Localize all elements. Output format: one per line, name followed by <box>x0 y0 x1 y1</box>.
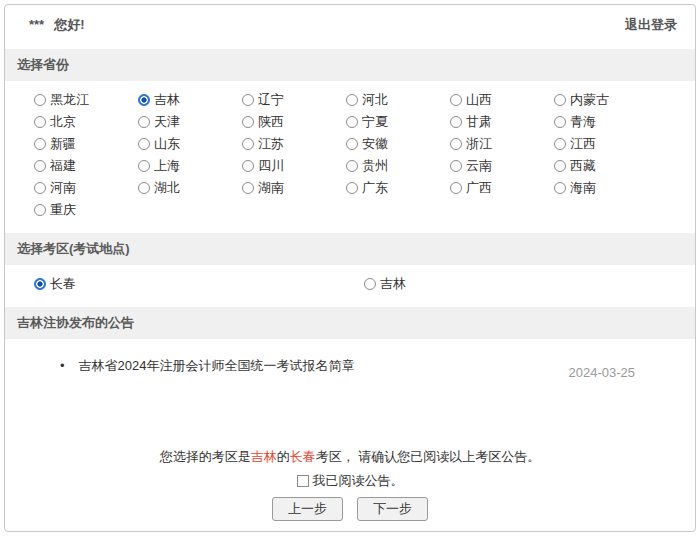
radio-icon[interactable] <box>346 116 358 128</box>
exam-area-options: 长春 吉林 <box>5 265 695 301</box>
next-step-button[interactable]: 下一步 <box>357 497 428 521</box>
registration-card: *** 您好! 退出登录 选择省份 黑龙江 吉林 辽宁 河北 山西 内蒙古 北京… <box>4 4 696 532</box>
radio-icon[interactable] <box>34 94 46 106</box>
confirm-city-highlight: 长春 <box>290 449 316 464</box>
radio-icon[interactable] <box>242 94 254 106</box>
province-option[interactable]: 青海 <box>554 111 658 133</box>
province-option[interactable]: 江西 <box>554 133 658 155</box>
radio-icon[interactable] <box>554 160 566 172</box>
user-greeting: *** 您好! <box>29 16 85 34</box>
radio-icon[interactable] <box>450 94 462 106</box>
radio-icon[interactable] <box>450 160 462 172</box>
read-announcement-checkbox-row[interactable]: 我已阅读公告。 <box>5 472 695 490</box>
checkbox-label: 我已阅读公告。 <box>313 472 404 490</box>
radio-icon[interactable] <box>138 116 150 128</box>
radio-icon[interactable] <box>34 138 46 150</box>
exam-area-option[interactable]: 吉林 <box>364 273 406 295</box>
greeting-bar: *** 您好! 退出登录 <box>5 5 695 43</box>
radio-icon[interactable] <box>34 160 46 172</box>
announcement-link[interactable]: 吉林省2024年注册会计师全国统一考试报名简章 <box>79 357 355 375</box>
radio-icon[interactable] <box>34 116 46 128</box>
province-option[interactable]: 福建 <box>34 155 138 177</box>
bullet-icon: • <box>60 357 65 375</box>
radio-icon[interactable] <box>242 138 254 150</box>
province-option[interactable]: 湖南 <box>242 177 346 199</box>
radio-selected-icon[interactable] <box>34 278 46 290</box>
radio-icon[interactable] <box>34 182 46 194</box>
province-option[interactable]: 浙江 <box>450 133 554 155</box>
province-option[interactable]: 江苏 <box>242 133 346 155</box>
province-option[interactable]: 海南 <box>554 177 658 199</box>
radio-icon[interactable] <box>364 278 376 290</box>
province-grid: 黑龙江 吉林 辽宁 河北 山西 内蒙古 北京 天津 陕西 宁夏 甘肃 青海 新疆… <box>5 81 695 227</box>
logout-button[interactable]: 退出登录 <box>625 16 677 34</box>
radio-icon[interactable] <box>450 116 462 128</box>
exam-area-section-header: 选择考区(考试地点) <box>5 233 695 265</box>
province-option[interactable]: 上海 <box>138 155 242 177</box>
province-option[interactable]: 宁夏 <box>346 111 450 133</box>
province-option[interactable]: 陕西 <box>242 111 346 133</box>
radio-icon[interactable] <box>346 160 358 172</box>
province-option[interactable]: 天津 <box>138 111 242 133</box>
radio-icon[interactable] <box>450 182 462 194</box>
province-option[interactable]: 辽宁 <box>242 89 346 111</box>
radio-icon[interactable] <box>138 182 150 194</box>
province-option[interactable]: 甘肃 <box>450 111 554 133</box>
province-section-header: 选择省份 <box>5 49 695 81</box>
province-option[interactable]: 贵州 <box>346 155 450 177</box>
radio-icon[interactable] <box>346 94 358 106</box>
province-option[interactable]: 云南 <box>450 155 554 177</box>
exam-area-option-selected[interactable]: 长春 <box>34 273 364 295</box>
province-option[interactable]: 重庆 <box>34 199 138 221</box>
confirm-province-highlight: 吉林 <box>251 449 277 464</box>
province-option[interactable]: 山东 <box>138 133 242 155</box>
province-option[interactable]: 四川 <box>242 155 346 177</box>
radio-icon[interactable] <box>242 182 254 194</box>
radio-icon[interactable] <box>554 138 566 150</box>
announcement-section-header: 吉林注协发布的公告 <box>5 307 695 339</box>
province-option-selected[interactable]: 吉林 <box>138 89 242 111</box>
province-option[interactable]: 新疆 <box>34 133 138 155</box>
previous-step-button[interactable]: 上一步 <box>272 497 343 521</box>
radio-icon[interactable] <box>450 138 462 150</box>
checkbox-icon[interactable] <box>297 475 309 487</box>
province-option[interactable]: 黑龙江 <box>34 89 138 111</box>
province-option[interactable]: 湖北 <box>138 177 242 199</box>
province-option[interactable]: 河南 <box>34 177 138 199</box>
province-option[interactable]: 广东 <box>346 177 450 199</box>
province-option[interactable]: 广西 <box>450 177 554 199</box>
radio-icon[interactable] <box>346 182 358 194</box>
radio-icon[interactable] <box>138 138 150 150</box>
button-row: 上一步 下一步 <box>5 497 695 531</box>
announcement-row: • 吉林省2024年注册会计师全国统一考试报名简章 2024-03-25 <box>5 339 695 380</box>
radio-icon[interactable] <box>554 182 566 194</box>
radio-icon[interactable] <box>242 116 254 128</box>
province-option[interactable]: 北京 <box>34 111 138 133</box>
confirm-text: 您选择的考区是吉林的长春考区， 请确认您已阅读以上考区公告。 <box>5 448 695 466</box>
announcement-date: 2024-03-25 <box>569 365 636 380</box>
radio-icon[interactable] <box>138 160 150 172</box>
radio-selected-icon[interactable] <box>138 94 150 106</box>
radio-icon[interactable] <box>34 204 46 216</box>
radio-icon[interactable] <box>554 116 566 128</box>
province-option[interactable]: 山西 <box>450 89 554 111</box>
greeting-text: 您好! <box>54 16 84 34</box>
radio-icon[interactable] <box>242 160 254 172</box>
province-option[interactable]: 西藏 <box>554 155 658 177</box>
province-option[interactable]: 内蒙古 <box>554 89 658 111</box>
radio-icon[interactable] <box>346 138 358 150</box>
masked-username: *** <box>29 17 44 32</box>
radio-icon[interactable] <box>554 94 566 106</box>
empty-space <box>5 380 695 448</box>
province-option[interactable]: 河北 <box>346 89 450 111</box>
province-option[interactable]: 安徽 <box>346 133 450 155</box>
